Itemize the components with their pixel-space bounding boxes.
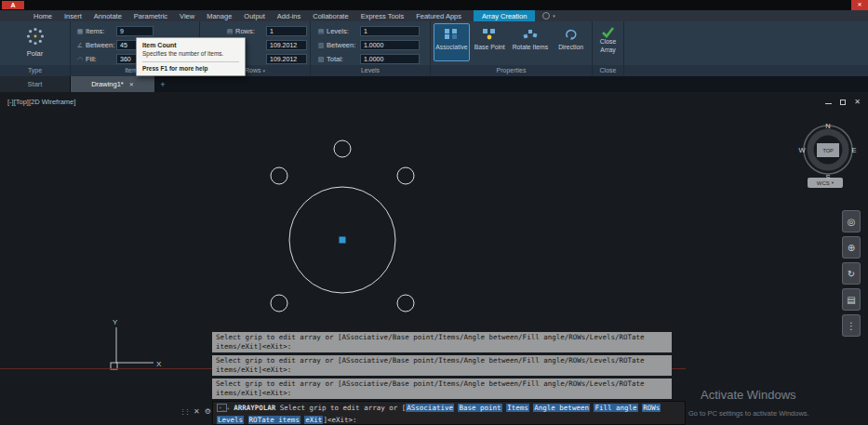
command-history-entry: Select grip to edit array or [ASsociativ… [212, 379, 672, 399]
menu-tab-collaborate[interactable]: Collaborate [313, 10, 348, 21]
file-tab-bar: Start Drawing1* ✕ + [0, 76, 868, 92]
title-bar: A ✕ [0, 0, 868, 10]
ribbon-tab-bar: Home Insert Annotate Parametric View Man… [0, 10, 868, 21]
orbit-icon[interactable]: ↻ [842, 262, 861, 285]
ribbon: Polar Type ▦ Items: 9 ∠ Between: 45 ◠ Fi… [0, 21, 868, 76]
array-circle[interactable] [271, 167, 287, 184]
navigation-wheel-icon[interactable]: ◎ [842, 210, 861, 232]
array-circle[interactable] [397, 295, 414, 312]
polar-array-button[interactable]: Polar [25, 26, 46, 58]
command-keyword[interactable]: ROTate items [248, 416, 300, 424]
menu-tab-parametric[interactable]: Parametric [134, 10, 167, 21]
menu-tab-manage[interactable]: Manage [207, 10, 232, 21]
command-line[interactable]: ›_▾ ARRAYPOLAR Select grip to edit array… [212, 401, 686, 425]
command-keyword[interactable]: Fill angle [594, 404, 637, 412]
panel-footer-close[interactable]: Close [593, 65, 623, 76]
menu-tab-view[interactable]: View [180, 10, 194, 21]
ribbon-display-toggle[interactable]: ▾ [542, 10, 555, 21]
menu-tab-express-tools[interactable]: Express Tools [361, 10, 405, 21]
rows-total-field[interactable]: 109.2012 [266, 54, 307, 64]
tab-drawing1[interactable]: Drawing1* ✕ [71, 76, 154, 92]
command-customize-icon[interactable]: ⚙ [205, 407, 211, 416]
menu-tab-insert[interactable]: Insert [64, 10, 82, 21]
minimize-icon[interactable] [825, 100, 832, 104]
compass-north[interactable]: N [825, 122, 830, 130]
app-close-button[interactable]: ✕ [851, 0, 868, 10]
zoom-extents-icon[interactable]: ▤ [842, 288, 861, 311]
view-compass[interactable]: N W E S TOP [795, 116, 861, 183]
levels-label: Levels: [327, 27, 360, 35]
command-keyword[interactable]: Levels [217, 416, 244, 424]
levels-total-field[interactable]: 1.0000 [360, 54, 420, 64]
menu-tab-featured-apps[interactable]: Featured Apps [416, 10, 461, 21]
autocad-window: A ✕ Home Insert Annotate Parametric View… [0, 0, 868, 425]
menu-tab-home[interactable]: Home [33, 10, 52, 21]
svg-text:Y: Y [113, 318, 118, 326]
command-keyword[interactable]: ROWs [642, 404, 661, 412]
ucs-icon: Y X [100, 318, 165, 376]
command-history-entry: Select grip to edit array or [ASsociativ… [212, 332, 672, 352]
polar-button-label: Polar [27, 49, 44, 58]
array-circle[interactable] [397, 167, 414, 184]
tooltip-divider [142, 61, 239, 62]
close-icon[interactable]: ✕ [854, 98, 861, 106]
base-point-button[interactable]: Base Point [472, 23, 508, 61]
model-space[interactable]: [-][Top][2D Wireframe] ✕ N W E S TOP WCS… [0, 92, 868, 425]
menu-tab-array-creation[interactable]: Array Creation [474, 10, 535, 21]
autocad-logo-icon[interactable]: A [2, 1, 24, 9]
navbar-more-icon[interactable]: ⋮ [842, 314, 861, 337]
associative-button[interactable]: Associative [434, 23, 470, 61]
items-label: Items: [86, 27, 116, 35]
rows-count-field[interactable]: 1 [266, 26, 307, 36]
viewcube-label: TOP [822, 148, 834, 153]
menu-tab-output[interactable]: Output [244, 10, 265, 21]
rows-label: Rows: [235, 27, 266, 35]
panel-footer-levels[interactable]: Levels [311, 65, 430, 76]
fill-label: Fill: [86, 55, 116, 63]
tab-start[interactable]: Start [0, 76, 71, 92]
panel-footer-type[interactable]: Type [0, 65, 70, 76]
compass-west[interactable]: W [798, 146, 806, 154]
tooltip-title: Item Count [142, 42, 239, 48]
command-keyword[interactable]: ASsociative [406, 404, 454, 412]
command-options-caret-icon[interactable]: ▾ [227, 405, 230, 411]
array-circle[interactable] [271, 295, 287, 312]
level-total-icon: ▧ [315, 56, 327, 63]
rotate-items-button[interactable]: Rotate Items [510, 23, 552, 61]
item-count-icon: ▦ [74, 28, 86, 35]
array-circle[interactable] [334, 140, 351, 157]
command-keyword[interactable]: eXit [304, 416, 323, 424]
close-array-button[interactable]: Close Array [600, 26, 616, 54]
wcs-button[interactable]: WCS ▾ [808, 178, 843, 188]
fill-angle-icon: ◠ [74, 56, 86, 63]
menu-tab-annotate[interactable]: Annotate [94, 10, 122, 21]
drag-handle-icon[interactable]: ⋮⋮ [180, 408, 189, 416]
command-close-icon[interactable]: ✕ [194, 407, 200, 416]
levels-between-field[interactable]: 1.0000 [360, 40, 420, 50]
panel-type: Polar Type [0, 21, 71, 76]
angle-between-icon: ∠ [74, 42, 86, 49]
direction-button[interactable]: Direction [553, 23, 589, 61]
panel-filler [624, 21, 868, 76]
panel-footer-properties[interactable]: Properties [431, 65, 592, 76]
compass-east[interactable]: E [851, 146, 856, 154]
menu-tab-addins[interactable]: Add-ins [277, 10, 300, 21]
tab-close-icon[interactable]: ✕ [129, 81, 134, 87]
command-keyword[interactable]: Angle between [533, 404, 590, 412]
associative-icon [444, 28, 459, 40]
between-label: Between: [86, 41, 116, 49]
array-center-grip[interactable] [340, 237, 346, 244]
new-drawing-button[interactable]: + [154, 76, 171, 92]
restore-icon[interactable] [840, 100, 846, 105]
command-badge-icon[interactable]: ›_ [217, 404, 227, 412]
command-window-controls: ⋮⋮ ✕ ⚙ [180, 407, 211, 416]
levels-count-field[interactable]: 1 [360, 26, 420, 36]
items-count-field[interactable]: 9 [116, 26, 154, 36]
rows-between-field[interactable]: 109.2012 [266, 40, 307, 50]
command-keyword[interactable]: Base point [458, 404, 501, 412]
row-count-icon: ▤ [224, 28, 235, 35]
rotate-items-icon [523, 28, 538, 40]
command-keyword[interactable]: Items [506, 404, 529, 412]
viewport-controls[interactable]: [-][Top][2D Wireframe] [7, 98, 75, 106]
pan-icon[interactable]: ⊕ [842, 236, 861, 259]
